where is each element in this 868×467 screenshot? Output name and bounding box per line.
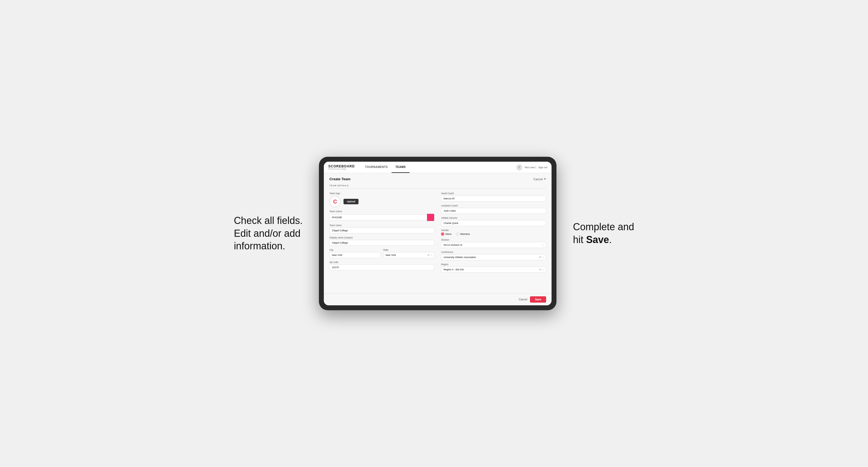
zip-label: Zip code xyxy=(329,261,434,263)
region-label: Region xyxy=(441,263,546,266)
logo-preview: C xyxy=(329,196,341,207)
save-button[interactable]: Save xyxy=(530,296,546,303)
color-field-row xyxy=(329,214,434,221)
assistant-coach-input[interactable] xyxy=(441,208,546,214)
state-select-wrapper: New York ✕ ⌃⌄ xyxy=(383,252,435,258)
team-colour-input[interactable] xyxy=(329,214,427,220)
gender-mens-radio[interactable] xyxy=(441,232,444,236)
nav-tabs: TOURNAMENTS TEAMS xyxy=(361,162,409,173)
team-name-input[interactable] xyxy=(329,227,434,234)
tablet-screen: SCOREBOARD Powered by clippd TOURNAMENTS… xyxy=(324,162,552,305)
color-swatch[interactable] xyxy=(427,214,434,221)
division-field: Division NCAA Division III ⌃⌄ xyxy=(441,239,546,248)
division-label: Division xyxy=(441,239,546,241)
head-coach-label: Head Coach xyxy=(441,192,546,195)
form-header: Create Team Cancel ✕ xyxy=(329,177,546,181)
display-name-field: Display name (unique) xyxy=(329,236,434,246)
head-coach-input[interactable] xyxy=(441,195,546,201)
team-colour-label: Team colour xyxy=(329,210,434,213)
logo-preview-row: C Upload xyxy=(329,196,434,207)
city-field: City xyxy=(329,249,381,258)
gender-womens-option[interactable]: Womens xyxy=(456,232,470,236)
display-name-input[interactable] xyxy=(329,240,434,246)
cancel-close-button[interactable]: Cancel ✕ xyxy=(533,177,546,181)
region-clear-icon[interactable]: ✕ xyxy=(539,268,541,271)
gender-field: Gender Mens Womens xyxy=(441,229,546,236)
right-column: Head Coach Assistant Coach Athletic Dire… xyxy=(441,192,546,273)
region-field: Region Region II - (M) DIII ✕ ⌃⌄ xyxy=(441,263,546,273)
zip-input[interactable] xyxy=(329,264,434,270)
athletic-director-label: Athletic Director xyxy=(441,217,546,219)
conference-field: Conference University Athletic Associati… xyxy=(441,251,546,260)
tab-teams[interactable]: TEAMS xyxy=(392,162,409,173)
gender-radio-group: Mens Womens xyxy=(441,232,546,236)
state-field: State New York ✕ ⌃⌄ xyxy=(383,249,435,258)
head-coach-field: Head Coach xyxy=(441,192,546,201)
athletic-director-input[interactable] xyxy=(441,220,546,226)
zip-code-field: Zip code xyxy=(329,261,434,270)
state-label: State xyxy=(383,249,435,251)
team-name-field: Team name xyxy=(329,224,434,234)
tab-tournaments[interactable]: TOURNAMENTS xyxy=(361,162,392,173)
conference-clear-icon[interactable]: ✕ xyxy=(539,256,541,259)
team-logo-field: Team logo C Upload xyxy=(329,192,434,207)
display-name-label: Display name (unique) xyxy=(329,236,434,239)
nav-bar: SCOREBOARD Powered by clippd TOURNAMENTS… xyxy=(324,162,552,173)
city-state-field: City State New York ✕ xyxy=(329,249,434,258)
city-input[interactable] xyxy=(329,252,381,258)
athletic-director-field: Athletic Director xyxy=(441,217,546,226)
cancel-button[interactable]: Cancel xyxy=(519,298,527,301)
assistant-coach-field: Assistant Coach xyxy=(441,204,546,214)
assistant-coach-label: Assistant Coach xyxy=(441,204,546,207)
gender-label: Gender xyxy=(441,229,546,231)
gender-mens-option[interactable]: Mens xyxy=(441,232,451,236)
division-select-wrapper: NCAA Division III ⌃⌄ xyxy=(441,242,546,248)
conference-select[interactable]: University Athletic Association xyxy=(441,254,546,260)
gender-womens-radio[interactable] xyxy=(456,232,459,236)
section-title: TEAM DETAILS xyxy=(329,184,546,189)
state-clear-icon[interactable]: ✕ xyxy=(427,254,430,256)
avatar: T xyxy=(516,164,522,170)
state-select[interactable]: New York xyxy=(383,252,435,258)
annotation-left: Check all fields. Edit and/or add inform… xyxy=(234,214,303,253)
form-body: Team logo C Upload Team colour xyxy=(329,192,546,273)
conference-label: Conference xyxy=(441,251,546,253)
conference-select-wrapper: University Athletic Association ✕ ⌃⌄ xyxy=(441,254,546,260)
tablet-frame: SCOREBOARD Powered by clippd TOURNAMENTS… xyxy=(319,157,556,310)
team-colour-field: Team colour xyxy=(329,210,434,221)
team-name-label: Team name xyxy=(329,224,434,227)
city-label: City xyxy=(329,249,381,251)
nav-logo: SCOREBOARD Powered by clippd xyxy=(328,165,355,170)
city-state-row: City State New York ✕ xyxy=(329,249,434,258)
team-logo-label: Team logo xyxy=(329,192,434,195)
upload-button[interactable]: Upload xyxy=(343,199,359,204)
user-name: Test User | xyxy=(525,166,536,169)
annotation-right: Complete and hit Save. xyxy=(573,221,634,246)
form-container: Create Team Cancel ✕ TEAM DETAILS Team l… xyxy=(324,173,552,293)
region-select-wrapper: Region II - (M) DIII ✕ ⌃⌄ xyxy=(441,267,546,273)
sign-out-link[interactable]: Sign out xyxy=(538,166,547,169)
nav-right: T Test User | Sign out xyxy=(516,164,548,170)
region-select[interactable]: Region II - (M) DIII xyxy=(441,267,546,273)
form-footer: Cancel Save xyxy=(324,293,552,305)
division-select[interactable]: NCAA Division III xyxy=(441,242,546,248)
left-column: Team logo C Upload Team colour xyxy=(329,192,434,273)
form-title: Create Team xyxy=(329,177,350,181)
